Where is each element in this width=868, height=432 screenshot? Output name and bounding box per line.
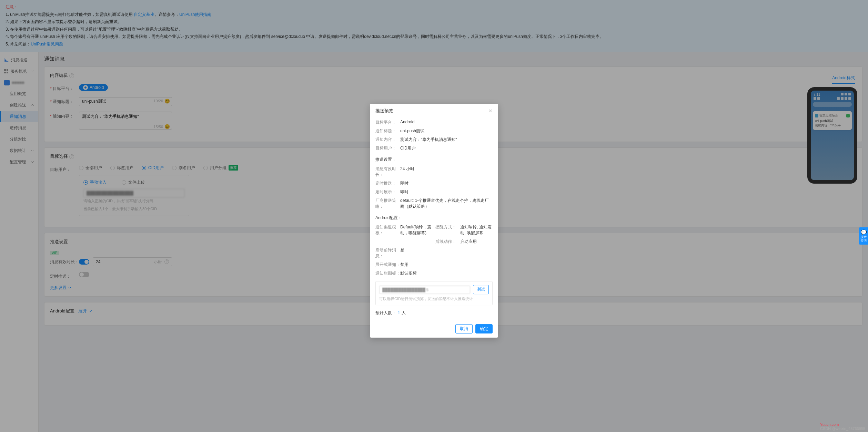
modal-cid-hint: 可以选择CID进行测试预览，发送的消息不计入推送统计: [379, 296, 489, 301]
watermark: Yuucn.com CSDN @weixin_45766955: [820, 422, 865, 431]
modal-cid-box: ████████████████ 5 测试 可以选择CID进行测试预览，发送的消…: [375, 281, 493, 305]
confirm-button[interactable]: 确定: [475, 324, 493, 333]
chat-icon: 💬: [859, 229, 868, 235]
modal-title: 推送预览: [375, 108, 393, 114]
modal-cid-input[interactable]: ████████████████ 5: [379, 286, 470, 294]
cancel-button[interactable]: 取消: [455, 324, 473, 333]
modal-section-push: 推送设置：: [375, 157, 493, 163]
push-preview-modal: 推送预览 ✕ 目标平台：Android 通知标题：uni-push测试 通知内容…: [370, 104, 498, 338]
test-button[interactable]: 测试: [473, 285, 489, 294]
estimate-count: 预计人数：1人: [375, 309, 493, 316]
modal-section-android: Android配置：: [375, 215, 493, 221]
tech-consult-button[interactable]: 💬 技术咨询: [859, 227, 868, 245]
close-icon[interactable]: ✕: [488, 108, 493, 114]
